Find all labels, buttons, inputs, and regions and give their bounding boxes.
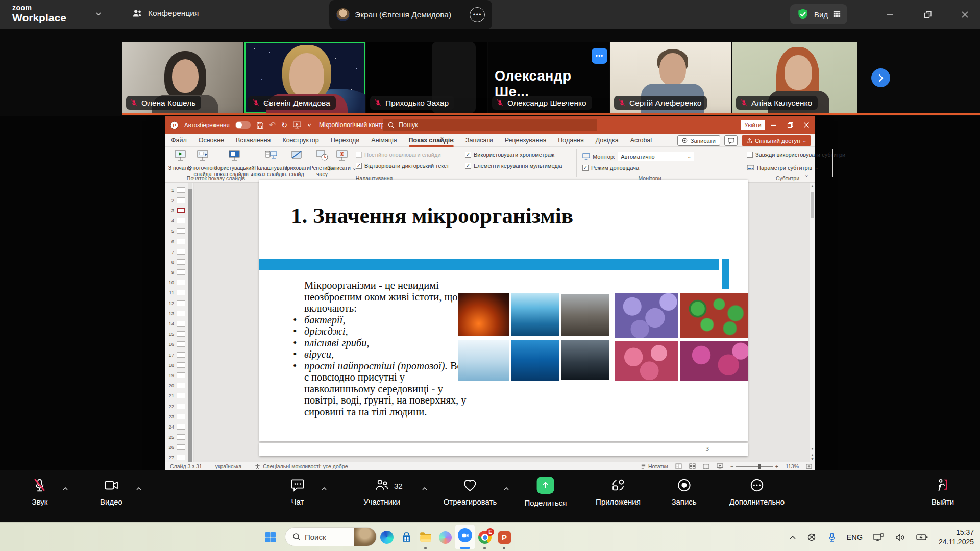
react-options-chevron[interactable] [503, 484, 509, 493]
comments-button[interactable] [724, 135, 738, 146]
window-close-button[interactable] [958, 7, 972, 21]
menu-record[interactable]: Записати [465, 134, 493, 147]
audio-button[interactable]: Звук [32, 478, 48, 506]
next-participants-page-button[interactable] [871, 68, 890, 87]
zoom-out-icon[interactable]: − [730, 463, 733, 469]
window-minimize-button[interactable] [883, 7, 897, 21]
video-tile-yevheniia[interactable]: Євгенія Демидова [244, 42, 365, 113]
ppt-search-box[interactable]: Пошук [383, 119, 597, 131]
menu-file[interactable]: Файл [171, 134, 187, 147]
view-control[interactable]: Вид [790, 4, 847, 24]
ppt-minimize-button[interactable] [767, 118, 780, 132]
participants-options-chevron[interactable] [422, 484, 428, 493]
monitor-selector[interactable]: Монітор: Автоматично⌄ [582, 152, 694, 161]
tab-more-options-icon[interactable]: ••• [470, 7, 485, 22]
camera-blocked-icon[interactable] [807, 533, 817, 542]
video-tile-prykhodko[interactable]: Приходько Захар [366, 42, 487, 113]
canvas-scrollbar[interactable] [810, 183, 815, 462]
copilot-icon[interactable] [438, 530, 452, 544]
menu-help[interactable]: Довідка [596, 134, 619, 147]
menu-acrobat[interactable]: Acrobat [630, 134, 652, 147]
zoom-slider[interactable]: − + [730, 463, 778, 469]
slideshow-view-icon[interactable] [717, 463, 723, 469]
zoom-in-icon[interactable]: + [775, 463, 778, 469]
language-indicator[interactable]: ENG [847, 533, 863, 541]
checkbox-presenter-view[interactable]: ✓Режим доповідача [582, 165, 639, 171]
sign-in-button[interactable]: Увійти [741, 120, 765, 130]
save-icon[interactable] [256, 121, 264, 129]
menu-home[interactable]: Основне [199, 134, 224, 147]
video-tile-olena[interactable]: Олена Кошель [122, 42, 243, 113]
menu-insert[interactable]: Вставлення [236, 134, 271, 147]
leave-button[interactable]: Выйти [932, 478, 954, 506]
powerpoint-taskbar-icon[interactable]: P [497, 530, 511, 544]
checkbox-play-narrations[interactable]: ✓Відтворювати дикторський текст [356, 163, 449, 169]
share-access-button[interactable]: Спільний доступ ⌄ [742, 135, 811, 146]
apps-button[interactable]: Приложения [596, 478, 641, 506]
react-button[interactable]: Отреагировать [444, 478, 497, 506]
taskbar-clock[interactable]: 15:37 24.11.2025 [939, 528, 974, 547]
next-slide-icon[interactable]: ▼ [810, 457, 815, 461]
checkbox-always-subtitles[interactable]: ✓Завжди використовувати субтитри [747, 152, 845, 158]
checkbox-use-timings[interactable]: ✓Використовувати хронометраж [465, 152, 554, 158]
video-button[interactable]: Видео [100, 478, 122, 506]
ppt-close-button[interactable] [800, 118, 813, 132]
cast-display-icon[interactable] [873, 533, 885, 542]
canvas-scrollbar-thumb[interactable] [811, 192, 814, 218]
battery-charging-icon[interactable] [916, 534, 928, 541]
hidden-icons-chevron[interactable] [789, 535, 796, 540]
tile-more-options-icon[interactable]: ••• [592, 48, 607, 64]
menu-animations[interactable]: Анімація [371, 134, 397, 147]
share-screen-button[interactable]: Поделиться [525, 477, 567, 507]
menu-view[interactable]: Подання [558, 134, 583, 147]
status-accessibility[interactable]: Спеціальні можливості: усе добре [255, 463, 348, 469]
file-explorer-icon[interactable] [419, 530, 433, 544]
ppt-record-button[interactable]: Записати [677, 135, 720, 146]
ribbon-record-button[interactable]: Записати ⌄ [327, 149, 357, 171]
autosave-toggle[interactable] [235, 121, 251, 129]
notes-button[interactable]: Нотатки [641, 463, 668, 469]
previous-slide-icon[interactable]: ▲ [810, 453, 815, 457]
tab-conference[interactable]: Конференция [132, 8, 199, 19]
reading-view-icon[interactable] [703, 463, 709, 469]
start-button[interactable] [263, 530, 278, 544]
chat-button[interactable]: Чат [290, 478, 305, 506]
mic-in-use-icon[interactable] [828, 533, 836, 542]
slide-3[interactable]: 1. Значення мікроорганізмів Мікроорганіз… [259, 180, 748, 441]
monitor-dropdown[interactable]: Автоматично⌄ [618, 152, 694, 161]
collapse-ribbon-icon[interactable]: ⌄ [804, 171, 809, 178]
record-button[interactable]: Запись [671, 478, 696, 506]
redo-icon[interactable]: ↻ [281, 121, 287, 129]
menu-transitions[interactable]: Переходи [331, 134, 360, 147]
menu-slideshow[interactable]: Показ слайдів [409, 134, 454, 147]
video-options-chevron[interactable] [136, 484, 142, 493]
qat-more-icon[interactable] [307, 122, 312, 128]
thumbnail-scrollbar-thumb[interactable] [188, 189, 192, 462]
undo-icon[interactable]: ↶ [270, 120, 276, 130]
taskbar-search[interactable]: Поиск [285, 527, 377, 546]
start-slideshow-icon[interactable] [293, 121, 301, 129]
tab-screen-share[interactable]: Экран (Євгенія Демидова) ••• [329, 0, 492, 29]
status-language[interactable]: українська [215, 463, 242, 469]
zoom-level[interactable]: 113% [786, 463, 799, 469]
ppt-restore-button[interactable] [783, 118, 797, 132]
audio-options-chevron[interactable] [62, 484, 68, 493]
chat-options-chevron[interactable] [321, 484, 327, 493]
store-icon[interactable] [399, 530, 413, 544]
menu-review[interactable]: Рецензування [505, 134, 546, 147]
video-tile-serhii[interactable]: Сергій Алеференко [610, 42, 731, 113]
normal-view-icon[interactable] [675, 463, 682, 469]
checkbox-media-controls[interactable]: ✓Елементи керування мультимедіа [465, 163, 562, 169]
workspace-chevron-down-icon[interactable] [95, 10, 102, 19]
window-restore-button[interactable] [920, 7, 935, 21]
edge-icon[interactable] [380, 530, 394, 544]
speaker-icon[interactable] [895, 533, 905, 542]
slide-sorter-icon[interactable] [689, 463, 696, 469]
scroll-down-icon[interactable]: ▼ [810, 447, 815, 450]
video-tile-oleksandr[interactable]: Олександр Ше... ••• Олександр Шевченко [488, 42, 609, 113]
more-button[interactable]: Дополнительно [729, 478, 785, 506]
subtitle-settings-button[interactable]: Параметри субтитрів⌄ [747, 165, 819, 171]
scroll-up-icon[interactable]: ▲ [810, 184, 815, 188]
fit-to-window-icon[interactable] [806, 463, 812, 469]
chrome-icon[interactable]: E [478, 530, 492, 544]
